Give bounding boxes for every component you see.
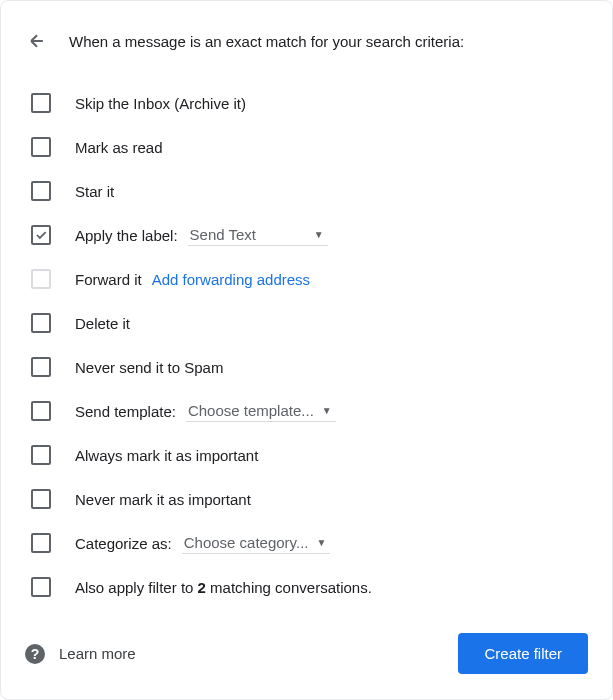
checkbox-delete-it[interactable] <box>31 313 51 333</box>
checkbox-always-important[interactable] <box>31 445 51 465</box>
option-delete-it: Delete it <box>25 301 588 345</box>
filter-options-list: Skip the Inbox (Archive it) Mark as read… <box>25 81 588 609</box>
option-categorize: Categorize as: Choose category... ▼ <box>25 521 588 565</box>
checkbox-never-spam[interactable] <box>31 357 51 377</box>
checkbox-never-important[interactable] <box>31 489 51 509</box>
option-star-it: Star it <box>25 169 588 213</box>
label-forward-it: Forward it <box>75 271 142 288</box>
apply-label-select-value: Send Text <box>190 226 306 243</box>
label-always-important: Always mark it as important <box>75 447 258 464</box>
label-mark-read: Mark as read <box>75 139 163 156</box>
checkbox-categorize[interactable] <box>31 533 51 553</box>
option-forward-it: Forward it Add forwarding address <box>25 257 588 301</box>
checkbox-send-template[interactable] <box>31 401 51 421</box>
checkbox-skip-inbox[interactable] <box>31 93 51 113</box>
forward-it-content: Forward it Add forwarding address <box>75 271 310 288</box>
categorize-select-value: Choose category... <box>184 534 309 551</box>
apply-label-content: Apply the label: Send Text ▼ <box>75 224 328 246</box>
back-arrow-icon[interactable] <box>25 29 49 53</box>
chevron-down-icon: ▼ <box>322 405 332 416</box>
chevron-down-icon: ▼ <box>317 537 327 548</box>
label-categorize: Categorize as: <box>75 535 172 552</box>
create-filter-button[interactable]: Create filter <box>458 633 588 674</box>
checkbox-mark-read[interactable] <box>31 137 51 157</box>
categorize-content: Categorize as: Choose category... ▼ <box>75 532 330 554</box>
send-template-content: Send template: Choose template... ▼ <box>75 400 336 422</box>
also-apply-count: 2 <box>198 579 206 596</box>
dialog-title: When a message is an exact match for you… <box>69 33 464 50</box>
option-send-template: Send template: Choose template... ▼ <box>25 389 588 433</box>
categorize-select[interactable]: Choose category... ▼ <box>182 532 331 554</box>
apply-label-select[interactable]: Send Text ▼ <box>188 224 328 246</box>
checkbox-apply-label[interactable] <box>31 225 51 245</box>
option-apply-label: Apply the label: Send Text ▼ <box>25 213 588 257</box>
also-apply-prefix: Also apply filter to <box>75 579 198 596</box>
learn-more-link[interactable]: Learn more <box>59 645 136 662</box>
label-send-template: Send template: <box>75 403 176 420</box>
dialog-footer: ? Learn more Create filter <box>25 633 588 674</box>
checkbox-also-apply[interactable] <box>31 577 51 597</box>
add-forwarding-link[interactable]: Add forwarding address <box>152 271 310 288</box>
footer-left: ? Learn more <box>25 644 136 664</box>
option-skip-inbox: Skip the Inbox (Archive it) <box>25 81 588 125</box>
chevron-down-icon: ▼ <box>314 229 324 240</box>
option-never-spam: Never send it to Spam <box>25 345 588 389</box>
checkbox-forward-it <box>31 269 51 289</box>
label-apply-label: Apply the label: <box>75 227 178 244</box>
label-never-important: Never mark it as important <box>75 491 251 508</box>
option-mark-read: Mark as read <box>25 125 588 169</box>
also-apply-suffix: matching conversations. <box>206 579 372 596</box>
label-skip-inbox: Skip the Inbox (Archive it) <box>75 95 246 112</box>
label-delete-it: Delete it <box>75 315 130 332</box>
label-also-apply: Also apply filter to 2 matching conversa… <box>75 579 372 596</box>
checkbox-star-it[interactable] <box>31 181 51 201</box>
option-also-apply: Also apply filter to 2 matching conversa… <box>25 565 588 609</box>
send-template-select[interactable]: Choose template... ▼ <box>186 400 336 422</box>
option-never-important: Never mark it as important <box>25 477 588 521</box>
send-template-select-value: Choose template... <box>188 402 314 419</box>
option-always-important: Always mark it as important <box>25 433 588 477</box>
label-never-spam: Never send it to Spam <box>75 359 223 376</box>
label-star-it: Star it <box>75 183 114 200</box>
dialog-header: When a message is an exact match for you… <box>25 29 588 53</box>
help-icon[interactable]: ? <box>25 644 45 664</box>
